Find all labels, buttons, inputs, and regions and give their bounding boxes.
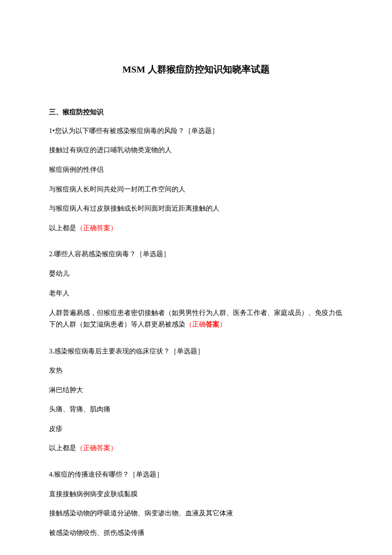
- question-stem: 1•您认为以下哪些有被感染猴痘病毒的风险？［单选题］: [49, 125, 343, 136]
- question-block: 3.感染猴痘病毒后主要表现的临床症状？［单选题］ 发热 淋巴结肿大 头痛、背痛、…: [49, 346, 343, 454]
- answer-option: 淋巴结肿大: [49, 384, 343, 396]
- correct-answer-label: （正确答案）: [76, 444, 117, 451]
- answer-option: 与猴痘病人有过皮肤接触或长时间面对面近距离接触的人: [49, 203, 343, 214]
- question-block: 1•您认为以下哪些有被感染猴痘病毒的风险？［单选题］ 接触过有病症的进口哺乳动物…: [49, 125, 343, 234]
- question-block: 2.哪些人容易感染猴痘病毒？［单选题］ 婴幼儿 老年人 人群普遍易感，但猴痘患者…: [49, 249, 343, 330]
- answer-option: 发热: [49, 365, 343, 376]
- answer-option-correct: 以上都是（正确答案）: [49, 442, 343, 454]
- answer-option-correct: 以上都是（正确答案）: [49, 223, 343, 234]
- answer-option: 接触过有病症的进口哺乳动物类宠物的人: [49, 145, 343, 156]
- answer-option: 猴痘病例的性伴侣: [49, 164, 343, 175]
- answer-option-correct: 人群普遍易感，但猴痘患者密切接触者（如男男性行为人群、医务工作者、家庭成员）、免…: [49, 307, 343, 330]
- answer-option: 与猴痘病人长时间共处同一封闭工作空间的人: [49, 184, 343, 195]
- correct-answer-bold: 答案: [206, 321, 219, 328]
- correct-answer-label: （正确答案）: [76, 224, 117, 231]
- correct-answer-prefix: （正确: [185, 321, 206, 328]
- section-header: 三、猴痘防控知识: [49, 107, 343, 118]
- document-title: MSM 人群猴痘防控知识知晓率试题: [49, 62, 343, 77]
- question-stem: 2.哪些人容易感染猴痘病毒？［单选题］: [49, 249, 343, 260]
- question-block: 4.猴痘的传播途径有哪些？［单选题］ 直接接触病例病变皮肤或黏膜 接触感染动物的…: [49, 469, 343, 538]
- question-stem: 3.感染猴痘病毒后主要表现的临床症状？［单选题］: [49, 346, 343, 357]
- answer-option: 老年人: [49, 288, 343, 299]
- answer-option: 直接接触病例病变皮肤或黏膜: [49, 489, 343, 500]
- correct-answer-suffix: ）: [219, 321, 226, 328]
- answer-option: 头痛、背痛、肌肉痛: [49, 404, 343, 415]
- option-text: 以上都是: [49, 224, 76, 231]
- answer-option: 婴幼儿: [49, 268, 343, 279]
- answer-option: 皮疹: [49, 423, 343, 434]
- answer-option: 接触感染动物的呼吸道分泌物、病变渗出物、血液及其它体液: [49, 508, 343, 519]
- option-text: 以上都是: [49, 444, 76, 451]
- question-stem: 4.猴痘的传播途径有哪些？［单选题］: [49, 469, 343, 480]
- answer-option: 被感染动物咬伤、抓伤感染传播: [49, 527, 343, 538]
